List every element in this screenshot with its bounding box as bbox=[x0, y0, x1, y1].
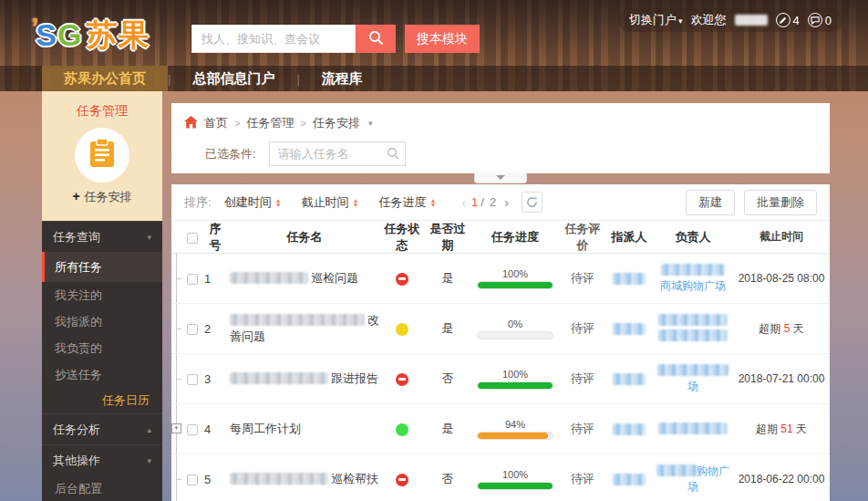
progress-track bbox=[477, 331, 553, 339]
search-button[interactable] bbox=[356, 25, 396, 53]
progress-track bbox=[477, 432, 553, 440]
sidebar-item[interactable]: 我关注的 bbox=[42, 282, 162, 308]
owner-line: 购物广 bbox=[653, 464, 733, 479]
message-badge[interactable]: 0 bbox=[808, 13, 832, 27]
task-table: 序号任务名任务状态是否过期任务进度任务评价指派人负责人截止时间 1巡检问题是10… bbox=[171, 221, 830, 501]
progress-label: 100% bbox=[470, 268, 560, 279]
task-status bbox=[379, 422, 425, 436]
breadcrumb-item[interactable]: 任务管理 bbox=[246, 115, 294, 131]
redacted-text bbox=[230, 372, 328, 384]
sort-option[interactable]: 创建时间▲▼ bbox=[224, 194, 282, 211]
brand-logo: ’SGSG苏果 bbox=[31, 12, 150, 57]
tree-line bbox=[176, 454, 177, 501]
row-index: 4 bbox=[202, 423, 226, 436]
task-name: 每周工作计划 bbox=[226, 421, 379, 437]
search-module-button[interactable]: 搜本模块 bbox=[405, 25, 480, 53]
user-toolbar: 切换门户▾ 欢迎您 4 0 bbox=[618, 8, 842, 32]
column-header: 指派人 bbox=[605, 229, 653, 245]
expand-icon[interactable] bbox=[171, 423, 181, 433]
chevron-up-icon: ▴ bbox=[147, 425, 151, 434]
overdue-suffix: 天 bbox=[793, 423, 807, 435]
row-index: 1 bbox=[202, 272, 226, 286]
new-task-button[interactable]: +任务安排 bbox=[42, 189, 162, 205]
assigner bbox=[605, 423, 653, 436]
sort-option[interactable]: 任务进度▲▼ bbox=[379, 194, 437, 211]
task-name-text: 巡检问题 bbox=[311, 271, 358, 285]
breadcrumb-item[interactable]: 任务安排 bbox=[313, 115, 360, 131]
prev-page-button[interactable]: ‹ bbox=[461, 195, 466, 210]
owner-link[interactable]: 场 bbox=[687, 380, 698, 392]
redacted-text bbox=[657, 364, 728, 376]
deadline: 2018-07-21 00:00 bbox=[733, 372, 830, 385]
column-header: 序号 bbox=[202, 221, 226, 254]
nav-tab-3[interactable]: 流程库 bbox=[300, 66, 385, 91]
assigner bbox=[605, 473, 653, 486]
main-content: 首页>任务管理>任务安排▾ 已选条件: 排序: 创建时间▲▼截止时间▲▼任务进度… bbox=[171, 103, 830, 501]
search-input[interactable] bbox=[191, 25, 356, 53]
collapse-panel-button[interactable] bbox=[474, 172, 527, 183]
nav-tab-2[interactable]: 总部信息门户 bbox=[170, 66, 296, 91]
progress-label: 100% bbox=[470, 469, 560, 480]
edit-badge[interactable]: 4 bbox=[776, 13, 800, 27]
redacted-text bbox=[661, 264, 725, 276]
tree-connector bbox=[171, 304, 182, 353]
minus-icon bbox=[398, 277, 406, 280]
progress-label: 100% bbox=[470, 369, 560, 380]
sidebar-section[interactable]: 任务查询▾ bbox=[42, 221, 162, 252]
chevron-down-icon: ▾ bbox=[678, 16, 683, 26]
new-button[interactable]: 新建 bbox=[686, 190, 735, 215]
next-page-button[interactable]: › bbox=[504, 195, 509, 210]
refresh-button[interactable] bbox=[522, 192, 542, 213]
owner-link[interactable]: 商城购物广场 bbox=[660, 279, 726, 292]
owner-link[interactable]: 购物广 bbox=[697, 464, 729, 477]
task-name-input[interactable] bbox=[269, 141, 406, 166]
breadcrumb-separator: > bbox=[234, 118, 240, 129]
task-name: 改善问题 bbox=[226, 312, 379, 345]
sidebar-item[interactable]: 我指派的 bbox=[42, 308, 162, 335]
sidebar-item[interactable]: 所有任务 bbox=[42, 252, 162, 282]
redacted-text bbox=[656, 464, 697, 476]
expired-flag: 是 bbox=[425, 270, 470, 287]
sidebar-item[interactable]: 我负责的 bbox=[42, 335, 162, 361]
progress-fill bbox=[478, 483, 553, 489]
row-checkbox[interactable] bbox=[187, 424, 198, 435]
status-dot bbox=[396, 373, 408, 386]
progress-label: 0% bbox=[470, 318, 560, 329]
row-checkbox[interactable] bbox=[187, 324, 198, 335]
home-icon bbox=[184, 116, 198, 131]
comment-icon bbox=[808, 13, 822, 27]
tree-branch bbox=[176, 329, 181, 329]
task-name: 跟进报告 bbox=[226, 371, 379, 387]
row-checkbox[interactable] bbox=[187, 374, 198, 385]
sidebar-section[interactable]: 其他操作▾ bbox=[42, 444, 162, 475]
edit-count: 4 bbox=[793, 14, 800, 27]
owner-line bbox=[653, 422, 733, 437]
batch-delete-button[interactable]: 批量删除 bbox=[744, 190, 817, 215]
breadcrumb-item[interactable]: 首页 bbox=[204, 115, 228, 131]
overdue-suffix: 天 bbox=[790, 322, 803, 335]
deadline: 2018-08-25 08:00 bbox=[733, 272, 830, 285]
nav-tab-1[interactable]: 苏果办公首页 bbox=[42, 66, 168, 91]
column-header: 任务评价 bbox=[560, 221, 605, 254]
table-row: 3跟进报告否100%待评场2018-07-21 00:00 bbox=[171, 354, 830, 404]
sidebar-item[interactable]: 后台配置 bbox=[42, 475, 162, 501]
sidebar-item-calendar[interactable]: 任务日历 bbox=[42, 388, 162, 413]
welcome-label: 欢迎您 bbox=[691, 12, 727, 28]
owner-line bbox=[653, 263, 733, 278]
column-header: 负责人 bbox=[653, 229, 733, 245]
sort-option-label: 任务进度 bbox=[379, 194, 427, 211]
deadline: 超期 5 天 bbox=[733, 321, 830, 337]
sort-option-label: 创建时间 bbox=[224, 194, 272, 211]
redacted-text bbox=[613, 273, 646, 285]
owner-link[interactable]: 场 bbox=[687, 480, 698, 493]
switch-portal-link[interactable]: 切换门户▾ bbox=[629, 12, 683, 28]
row-checkbox[interactable] bbox=[187, 475, 198, 485]
pencil-icon bbox=[776, 13, 790, 27]
table-header: 序号任务名任务状态是否过期任务进度任务评价指派人负责人截止时间 bbox=[171, 221, 830, 254]
task-progress: 0% bbox=[470, 318, 560, 339]
select-all-checkbox[interactable] bbox=[187, 233, 198, 244]
row-checkbox[interactable] bbox=[187, 274, 198, 285]
sidebar-item[interactable]: 抄送任务 bbox=[42, 361, 162, 388]
sort-option[interactable]: 截止时间▲▼ bbox=[302, 194, 359, 211]
sidebar-section[interactable]: 任务分析▴ bbox=[42, 413, 162, 444]
